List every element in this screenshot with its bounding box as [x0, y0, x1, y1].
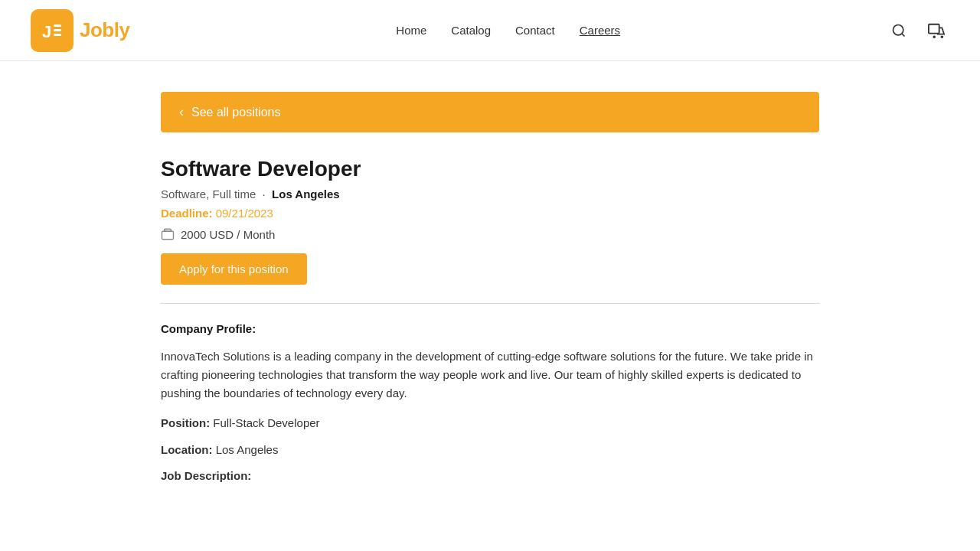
position-line: Position: Full-Stack Developer — [161, 415, 819, 432]
job-desc-label: Job Description: — [161, 469, 251, 482]
location-label: Location: — [161, 443, 213, 456]
job-category: Software — [161, 187, 206, 201]
nav-home[interactable]: Home — [396, 24, 426, 37]
back-button-label: See all positions — [191, 106, 281, 119]
main-content: ‹ See all positions Software Developer S… — [145, 61, 835, 525]
logo[interactable]: J Jobly — [31, 9, 129, 52]
position-label: Position: — [161, 416, 210, 429]
position-value: Full-Stack Developer — [213, 416, 319, 429]
svg-line-6 — [902, 33, 905, 36]
location-value: Los Angeles — [216, 443, 279, 456]
svg-rect-10 — [162, 231, 174, 240]
cart-button[interactable] — [923, 18, 949, 44]
search-icon — [891, 23, 906, 38]
main-nav: Home Catalog Contact Careers — [396, 24, 620, 37]
deadline-date: 09/21/2023 — [216, 207, 273, 220]
svg-point-9 — [941, 36, 942, 37]
svg-text:J: J — [42, 22, 51, 41]
salary-value: 2000 USD / Month — [181, 228, 275, 241]
apply-button[interactable]: Apply for this position — [161, 253, 307, 285]
header-actions — [887, 18, 949, 44]
svg-point-8 — [933, 36, 935, 37]
nav-careers[interactable]: Careers — [580, 24, 620, 37]
cart-icon — [928, 22, 945, 39]
job-title: Software Developer — [161, 157, 819, 181]
svg-rect-4 — [54, 34, 61, 36]
salary-row: 2000 USD / Month — [161, 227, 819, 241]
section-divider — [161, 303, 819, 304]
svg-rect-7 — [929, 24, 939, 33]
job-description-label: Job Description: — [161, 468, 819, 485]
salary-icon — [161, 227, 175, 241]
svg-rect-3 — [54, 29, 61, 31]
chevron-left-icon: ‹ — [179, 104, 184, 120]
back-button[interactable]: ‹ See all positions — [161, 92, 819, 132]
search-button[interactable] — [887, 18, 911, 43]
deadline: Deadline: 09/21/2023 — [161, 207, 819, 220]
job-location: Los Angeles — [272, 187, 340, 201]
logo-text: Jobly — [80, 18, 129, 42]
nav-catalog[interactable]: Catalog — [451, 24, 491, 37]
deadline-label: Deadline: — [161, 207, 213, 220]
company-profile-label: Company Profile: — [161, 322, 819, 335]
location-line: Location: Los Angeles — [161, 442, 819, 459]
company-description: InnovaTech Solutions is a leading compan… — [161, 347, 819, 403]
nav-contact[interactable]: Contact — [515, 24, 555, 37]
svg-rect-2 — [54, 24, 61, 27]
logo-icon: J — [31, 9, 74, 52]
svg-point-5 — [893, 24, 903, 34]
job-meta: Software, Full time · Los Angeles — [161, 187, 819, 201]
job-type: Full time — [213, 187, 256, 201]
